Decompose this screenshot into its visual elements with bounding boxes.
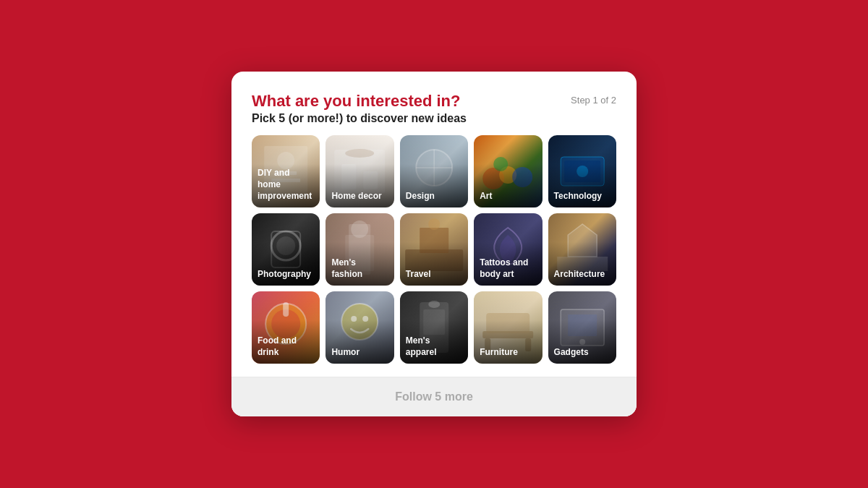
category-item-food[interactable]: Food and drink	[252, 291, 320, 364]
item-label: Architecture	[554, 269, 610, 281]
step-indicator: Step 1 of 2	[571, 95, 616, 106]
item-label: Food and drink	[258, 335, 314, 358]
follow-button[interactable]: Follow 5 more	[231, 377, 637, 416]
category-item-diy[interactable]: DIY and home improvement	[252, 135, 320, 207]
item-label: Men's fashion	[331, 257, 388, 280]
category-item-tattoo[interactable]: Tattoos and body art	[474, 213, 542, 286]
category-item-art[interactable]: Art	[474, 135, 542, 207]
item-label: DIY and home improvement	[258, 168, 314, 202]
item-label: Travel	[406, 269, 462, 281]
category-item-gadgets[interactable]: Gadgets	[548, 291, 616, 364]
category-item-arch[interactable]: Architecture	[548, 213, 616, 286]
category-item-travel[interactable]: Travel	[400, 213, 468, 286]
item-label: Photography	[258, 269, 314, 281]
item-label: Gadgets	[554, 347, 610, 359]
item-label: Design	[406, 191, 462, 202]
item-label: Humor	[331, 347, 388, 359]
category-item-mensapp[interactable]: Men's apparel	[400, 291, 468, 364]
item-label: Furniture	[480, 347, 536, 359]
category-item-design[interactable]: Design	[400, 135, 468, 207]
interest-modal: What are you interested in? Pick 5 (or m…	[231, 72, 637, 416]
item-label: Home decor	[331, 191, 388, 202]
modal-title-block: What are you interested in? Pick 5 (or m…	[252, 92, 467, 125]
category-item-photo[interactable]: Photography	[252, 213, 320, 286]
item-label: Men's apparel	[406, 335, 462, 358]
category-grid: DIY and home improvement Home decor Desi…	[252, 135, 616, 364]
modal-subtitle: Pick 5 (or more!) to discover new ideas	[252, 112, 467, 125]
category-item-homedec[interactable]: Home decor	[326, 135, 393, 207]
category-item-humor[interactable]: Humor	[326, 291, 393, 364]
modal-header: What are you interested in? Pick 5 (or m…	[252, 92, 616, 125]
item-label: Art	[480, 191, 536, 202]
category-item-tech[interactable]: Technology	[548, 135, 616, 207]
category-item-mensfash[interactable]: Men's fashion	[326, 213, 393, 286]
modal-title: What are you interested in?	[252, 92, 467, 111]
item-label: Tattoos and body art	[480, 257, 536, 280]
item-label: Technology	[554, 191, 610, 202]
category-item-furniture[interactable]: Furniture	[474, 291, 542, 364]
